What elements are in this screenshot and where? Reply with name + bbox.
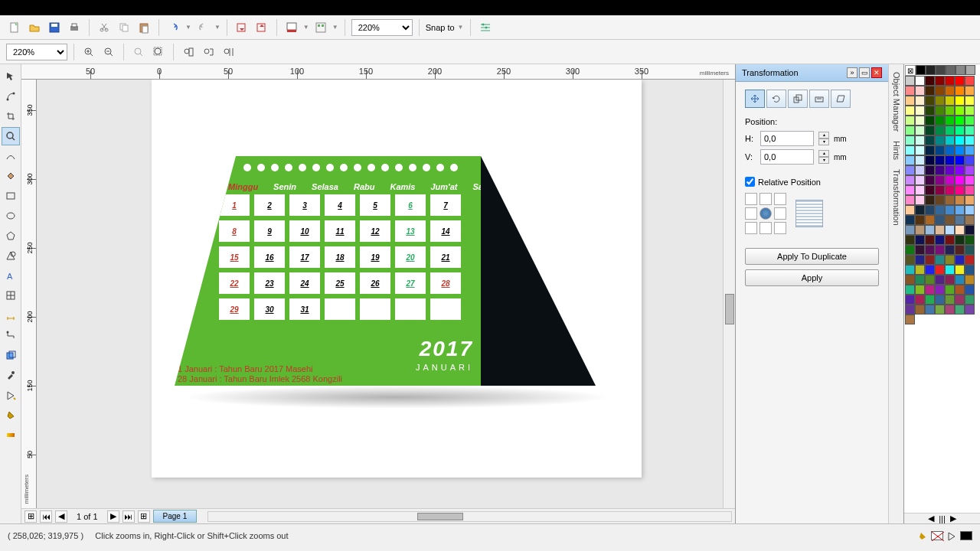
freehand-tool-icon[interactable] <box>2 147 20 165</box>
color-swatch[interactable] <box>945 275 955 285</box>
color-swatch[interactable] <box>965 135 975 145</box>
color-swatch[interactable] <box>905 285 915 295</box>
color-swatch[interactable] <box>935 155 945 165</box>
color-swatch[interactable] <box>905 126 915 135</box>
color-swatch[interactable] <box>945 155 955 165</box>
color-swatch[interactable] <box>935 225 945 235</box>
color-swatch[interactable] <box>925 175 935 185</box>
zoom-height-icon[interactable] <box>220 44 237 60</box>
color-swatch[interactable] <box>955 126 965 135</box>
color-swatch[interactable] <box>955 116 965 126</box>
interactive-fill-icon[interactable] <box>2 425 20 444</box>
color-swatch[interactable] <box>905 96 915 106</box>
origin-grid[interactable] <box>745 193 786 234</box>
color-swatch[interactable] <box>915 175 925 185</box>
fill-indicator-icon[interactable] <box>917 530 928 541</box>
color-swatch[interactable] <box>945 245 955 255</box>
color-swatch[interactable] <box>945 86 955 96</box>
color-swatch[interactable] <box>955 255 965 265</box>
color-swatch[interactable] <box>935 285 945 295</box>
paste-icon[interactable] <box>136 19 152 36</box>
color-swatch[interactable] <box>955 305 965 315</box>
color-swatch[interactable] <box>915 126 925 135</box>
position-tab-icon[interactable] <box>745 90 765 108</box>
color-swatch[interactable] <box>905 245 915 255</box>
color-swatch[interactable] <box>945 215 955 225</box>
color-swatch[interactable] <box>925 255 935 265</box>
color-swatch[interactable] <box>965 185 975 195</box>
color-swatch[interactable] <box>925 145 935 155</box>
color-swatch[interactable] <box>945 205 955 215</box>
crop-tool-icon[interactable] <box>2 107 20 126</box>
color-swatch[interactable] <box>905 175 915 185</box>
color-swatch[interactable] <box>915 185 925 195</box>
color-swatch[interactable] <box>945 165 955 175</box>
scale-tab-icon[interactable] <box>788 90 808 108</box>
zoom-selected-icon[interactable] <box>130 44 147 60</box>
scrollbar-vertical[interactable] <box>723 80 735 508</box>
color-swatch[interactable] <box>915 165 925 175</box>
zoom-page-icon[interactable] <box>180 44 197 60</box>
color-swatch[interactable] <box>915 195 925 205</box>
color-swatch[interactable] <box>905 225 915 235</box>
publish-icon[interactable] <box>283 19 300 36</box>
color-swatch[interactable] <box>915 275 925 285</box>
rotate-tab-icon[interactable] <box>766 90 786 108</box>
next-page-icon[interactable]: ▶ <box>107 510 119 523</box>
color-swatch[interactable] <box>915 295 925 305</box>
color-swatch[interactable] <box>945 295 955 305</box>
effects-tool-icon[interactable] <box>2 346 20 364</box>
color-swatch[interactable] <box>965 116 975 126</box>
export-icon[interactable] <box>253 19 270 36</box>
color-swatch[interactable] <box>955 96 965 106</box>
color-swatch[interactable] <box>955 295 965 305</box>
color-swatch[interactable] <box>915 76 925 86</box>
color-swatch[interactable] <box>915 305 925 315</box>
shape-tool-icon[interactable] <box>2 87 20 106</box>
color-swatch[interactable] <box>905 265 915 275</box>
color-swatch[interactable] <box>965 145 975 155</box>
color-swatch[interactable] <box>905 86 915 96</box>
color-swatch[interactable] <box>955 76 965 86</box>
color-swatch[interactable] <box>965 106 975 116</box>
color-swatch[interactable] <box>965 175 975 185</box>
color-swatch[interactable] <box>945 145 955 155</box>
color-swatch[interactable] <box>945 195 955 205</box>
color-swatch[interactable] <box>965 235 975 245</box>
color-swatch[interactable] <box>935 265 945 275</box>
color-swatch[interactable] <box>945 126 955 135</box>
text-tool-icon[interactable]: A <box>2 266 20 285</box>
polygon-tool-icon[interactable] <box>2 227 20 245</box>
color-swatch[interactable] <box>965 76 975 86</box>
color-swatch[interactable] <box>955 235 965 245</box>
color-swatch[interactable] <box>955 106 965 116</box>
color-swatch[interactable] <box>905 106 915 116</box>
redo-icon[interactable] <box>194 19 211 36</box>
color-swatch[interactable] <box>915 135 925 145</box>
color-swatch[interactable] <box>945 255 955 265</box>
color-swatch[interactable] <box>905 205 915 215</box>
add-page-after-icon[interactable]: ⊞ <box>138 510 150 523</box>
color-swatch[interactable] <box>935 255 945 265</box>
color-swatch[interactable] <box>965 245 975 255</box>
color-swatch[interactable] <box>935 185 945 195</box>
color-swatch[interactable] <box>956 65 965 75</box>
color-swatch[interactable] <box>915 255 925 265</box>
h-down-icon[interactable]: ▾ <box>818 139 829 145</box>
color-swatch[interactable] <box>925 185 935 195</box>
color-swatch[interactable] <box>935 205 945 215</box>
pick-tool-icon[interactable] <box>2 67 20 86</box>
undo-icon[interactable] <box>165 19 182 36</box>
color-swatch[interactable] <box>955 285 965 295</box>
color-swatch[interactable] <box>905 255 915 265</box>
color-swatch[interactable] <box>915 215 925 225</box>
color-swatch[interactable] <box>915 145 925 155</box>
tab-hints[interactable]: Hints <box>890 138 903 163</box>
table-tool-icon[interactable] <box>2 286 20 305</box>
ellipse-tool-icon[interactable] <box>2 207 20 225</box>
color-swatch[interactable] <box>925 116 935 126</box>
canvas[interactable]: MingguSeninSelasaRabuKamisJum'atSabtu 12… <box>37 80 723 508</box>
color-swatch[interactable] <box>945 76 955 86</box>
docker-collapse-icon[interactable]: » <box>847 67 858 78</box>
color-swatch[interactable] <box>935 165 945 175</box>
